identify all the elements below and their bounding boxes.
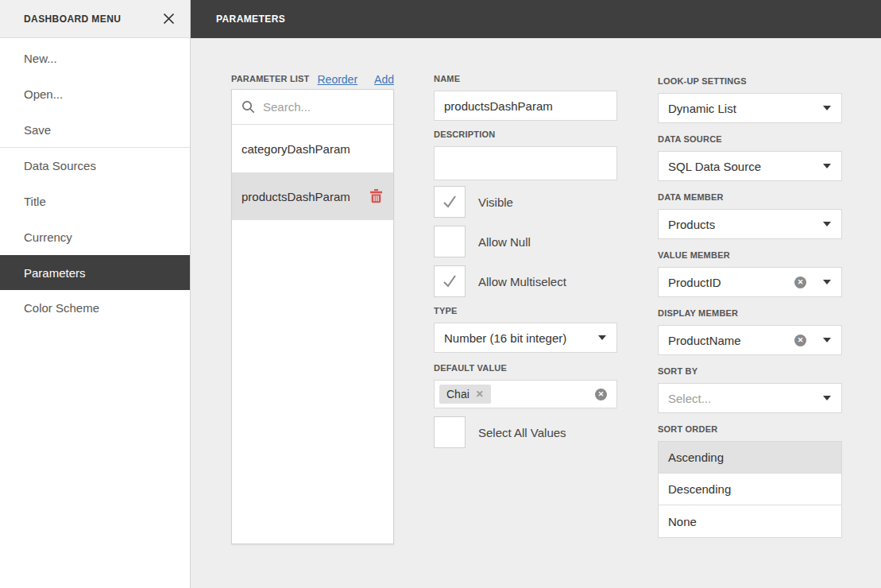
value-member-label: VALUE MEMBER <box>658 250 842 261</box>
clear-icon[interactable]: ✕ <box>794 277 806 288</box>
allow-multiselect-checkbox-row: Allow Multiselect <box>434 265 617 297</box>
sidebar-item-new[interactable]: New... <box>0 41 190 76</box>
parameter-list-header: PARAMETER LIST Reorder Add <box>231 73 394 86</box>
value-member-dropdown[interactable]: ProductID ✕ <box>658 267 842 297</box>
allow-null-label: Allow Null <box>478 235 531 249</box>
select-all-checkbox-row: Select All Values <box>434 416 617 448</box>
page-title: PARAMETERS <box>216 14 285 25</box>
value-member-group: VALUE MEMBER ProductID ✕ <box>658 250 842 297</box>
sort-by-group: SORT BY Select... <box>658 366 842 413</box>
data-member-value: Products <box>668 218 715 231</box>
data-source-label: DATA SOURCE <box>658 133 842 145</box>
dropdown-arrow-icon <box>823 222 831 226</box>
parameters-content: PARAMETER LIST Reorder Add categoryDa <box>191 38 881 588</box>
sidebar-item-label: New... <box>24 52 57 65</box>
sidebar-item-currency[interactable]: Currency <box>0 219 190 255</box>
lookup-settings-dropdown[interactable]: Dynamic List <box>658 93 842 123</box>
clear-icon[interactable]: ✕ <box>794 335 806 346</box>
lookup-settings-label: LOOK-UP SETTINGS <box>658 75 842 87</box>
parameters-header-bar: PARAMETERS <box>191 0 881 38</box>
sort-option-label: Ascending <box>668 451 724 464</box>
lookup-settings-value: Dynamic List <box>668 102 736 115</box>
description-field-group: DESCRIPTION <box>434 129 617 180</box>
data-source-group: DATA SOURCE SQL Data Source <box>658 133 842 181</box>
allow-multiselect-checkbox[interactable] <box>434 265 466 297</box>
sort-order-option-descending[interactable]: Descending <box>659 474 841 505</box>
parameter-name: categoryDashParam <box>242 142 350 156</box>
checkmark-icon <box>440 423 459 442</box>
sort-order-option-ascending[interactable]: Ascending <box>659 442 841 474</box>
data-member-label: DATA MEMBER <box>658 191 842 203</box>
delete-parameter-button[interactable] <box>370 189 382 203</box>
visible-checkbox[interactable] <box>434 186 466 218</box>
display-member-label: DISPLAY MEMBER <box>658 308 842 319</box>
name-label: NAME <box>434 73 617 84</box>
description-input[interactable] <box>434 146 617 180</box>
allow-null-checkbox-row: Allow Null <box>434 226 617 257</box>
data-source-dropdown[interactable]: SQL Data Source <box>658 151 842 181</box>
sidebar-item-label: Title <box>24 195 46 208</box>
parameter-list-item[interactable]: categoryDashParam <box>232 125 393 172</box>
close-icon <box>161 11 176 26</box>
select-all-checkbox[interactable] <box>434 416 466 448</box>
dropdown-arrow-icon <box>823 396 831 400</box>
sidebar-title: DASHBOARD MENU <box>24 14 121 25</box>
add-link[interactable]: Add <box>374 73 394 86</box>
type-value: Number (16 bit integer) <box>444 331 566 345</box>
default-value-label: DEFAULT VALUE <box>434 362 617 373</box>
default-value-field-group: DEFAULT VALUE Chai ✕ ✕ <box>434 362 617 408</box>
sidebar-item-title[interactable]: Title <box>0 184 190 219</box>
default-value-tagbox[interactable]: Chai ✕ ✕ <box>434 380 617 408</box>
data-member-dropdown[interactable]: Products <box>658 209 842 239</box>
sidebar-header: DASHBOARD MENU <box>0 0 190 38</box>
sort-by-dropdown[interactable]: Select... <box>658 383 842 413</box>
parameter-list-item[interactable]: productsDashParam <box>232 172 393 220</box>
clear-icon[interactable]: ✕ <box>595 389 607 400</box>
reorder-link[interactable]: Reorder <box>317 73 357 86</box>
sidebar-menu: New... Open... Save Data Sources Title C… <box>0 38 190 326</box>
dropdown-arrow-icon <box>823 338 831 342</box>
sidebar-item-label: Parameters <box>24 266 86 280</box>
sort-option-label: Descending <box>668 482 731 496</box>
sort-option-label: None <box>668 515 697 528</box>
type-dropdown[interactable]: Number (16 bit integer) <box>434 323 617 353</box>
allow-null-checkbox[interactable] <box>434 226 466 257</box>
dropdown-arrow-icon <box>823 164 831 168</box>
chip-remove-icon[interactable]: ✕ <box>476 389 484 399</box>
sort-order-option-none[interactable]: None <box>659 505 841 537</box>
sidebar-item-label: Data Sources <box>24 159 96 172</box>
display-member-value: ProductName <box>668 334 741 347</box>
sidebar-item-save[interactable]: Save <box>0 112 190 148</box>
parameter-list-actions: Reorder Add <box>317 73 394 86</box>
checkmark-icon <box>440 272 459 291</box>
search-input[interactable] <box>263 100 384 114</box>
sort-order-group: SORT ORDER Ascending Descending None <box>658 424 842 538</box>
sort-by-label: SORT BY <box>658 366 842 377</box>
type-field-group: TYPE Number (16 bit integer) <box>434 305 617 353</box>
parameter-list-panel: categoryDashParam productsDashParam <box>231 89 394 544</box>
chip-text: Chai <box>446 388 469 400</box>
description-label: DESCRIPTION <box>434 129 617 140</box>
sidebar-item-open[interactable]: Open... <box>0 76 190 112</box>
parameter-list-section: PARAMETER LIST Reorder Add categoryDa <box>231 73 394 544</box>
close-menu-button[interactable] <box>160 10 178 28</box>
sidebar-item-label: Color Scheme <box>24 301 99 315</box>
sidebar-item-color-scheme[interactable]: Color Scheme <box>0 290 190 326</box>
visible-checkbox-row: Visible <box>434 186 617 218</box>
dropdown-arrow-icon <box>823 280 831 284</box>
main-area: PARAMETERS PARAMETER LIST Reorder Add <box>191 0 881 588</box>
visible-label: Visible <box>478 195 513 209</box>
checkmark-icon <box>440 232 459 251</box>
name-input[interactable] <box>434 91 617 121</box>
dropdown-arrow-icon <box>598 335 606 340</box>
display-member-group: DISPLAY MEMBER ProductName ✕ <box>658 308 842 355</box>
name-field-group: NAME <box>434 73 617 121</box>
app-root: DASHBOARD MENU New... Open... Save Data … <box>0 0 881 588</box>
sidebar-item-label: Open... <box>24 87 63 101</box>
sort-order-label: SORT ORDER <box>658 424 842 435</box>
type-label: TYPE <box>434 305 617 316</box>
display-member-dropdown[interactable]: ProductName ✕ <box>658 325 842 355</box>
sidebar-item-data-sources[interactable]: Data Sources <box>0 148 190 184</box>
lookup-settings-group: LOOK-UP SETTINGS Dynamic List <box>658 75 842 123</box>
sidebar-item-parameters[interactable]: Parameters <box>0 255 190 290</box>
